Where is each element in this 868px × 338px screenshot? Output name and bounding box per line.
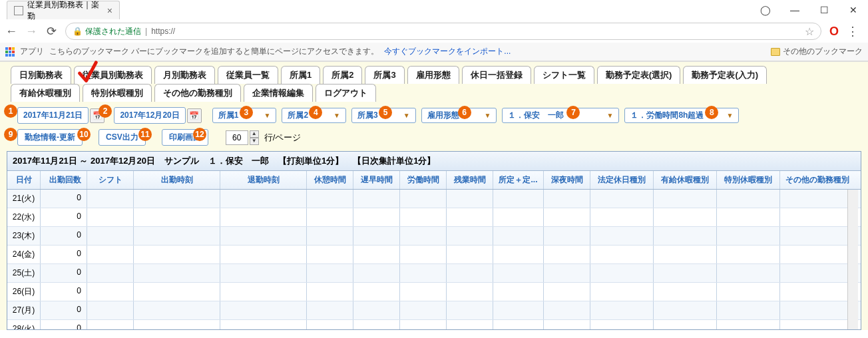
app-tab[interactable]: 月別勤務表 <box>154 66 215 84</box>
work-rule-select[interactable]: １．労働時間8h超過 8 ▼ <box>624 108 739 123</box>
cell <box>590 246 654 263</box>
back-button[interactable]: ← <box>5 25 17 37</box>
update-button[interactable]: 勤怠情報-更新 <box>17 129 83 146</box>
select-label: １．保安 一郎 <box>508 110 564 121</box>
cell <box>493 190 544 208</box>
table-row[interactable]: 22(水)0 <box>7 208 861 227</box>
employment-type-select[interactable]: 雇用形態 6 ▼ <box>421 108 497 123</box>
table-row[interactable]: 26(日)0 <box>7 283 861 301</box>
column-header[interactable]: 日付 <box>7 171 41 189</box>
date-to[interactable]: 2017年12月20日 <box>114 107 185 124</box>
import-bookmarks-link[interactable]: 今すぐブックマークをインポート... <box>384 46 511 57</box>
app-tab[interactable]: 有給休暇種別 <box>11 84 80 102</box>
cell <box>400 190 447 208</box>
app-tab[interactable]: 従業員一覧 <box>218 66 278 84</box>
bookmark-hint: こちらのブックマーク バーにブックマークを追加すると簡単にページにアクセスできま… <box>49 46 379 57</box>
secure-badge: 🔒 保護された通信 <box>73 26 141 37</box>
column-header[interactable]: 特別休暇種別 <box>717 171 780 189</box>
app-tab[interactable]: シフト一覧 <box>534 66 594 84</box>
cell <box>590 227 654 245</box>
column-header[interactable]: 出勤回数 <box>41 171 87 189</box>
column-header[interactable]: 有給休暇種別 <box>654 171 717 189</box>
cell <box>134 283 220 301</box>
cell <box>220 264 307 282</box>
column-header[interactable]: シフト <box>87 171 134 189</box>
account-icon[interactable]: ◯ <box>751 0 780 20</box>
column-header[interactable]: 休憩時間 <box>307 171 353 189</box>
rows-up-button[interactable]: ▲ <box>250 130 259 138</box>
close-button[interactable]: ✕ <box>839 0 868 20</box>
cell <box>780 283 855 301</box>
url-text: https:// <box>151 27 175 36</box>
cell <box>590 301 654 319</box>
calendar-to-icon[interactable]: 📅 <box>187 108 202 123</box>
cell <box>493 264 544 282</box>
apps-icon[interactable] <box>5 47 15 57</box>
menu-icon[interactable]: ⋮ <box>847 24 859 39</box>
bookmark-star-icon[interactable]: ☆ <box>805 25 814 38</box>
cell <box>220 283 307 301</box>
cell: 27(月) <box>7 301 41 319</box>
affiliation3-select[interactable]: 所属3 5 ▼ <box>351 108 416 123</box>
app-tab[interactable]: 勤務予定表(入力) <box>683 66 767 84</box>
cell <box>780 320 855 329</box>
app-tab[interactable]: その他の勤務種別 <box>154 84 241 102</box>
cell <box>220 246 307 263</box>
column-header[interactable]: 法定休日種別 <box>590 171 654 189</box>
tab-close-icon[interactable]: × <box>107 5 112 16</box>
column-header[interactable]: 所定＋定... <box>493 171 544 189</box>
cell <box>400 320 447 329</box>
minimize-button[interactable]: — <box>780 0 809 20</box>
grid-title-unit2: 【日次集計単位1分】 <box>353 155 435 167</box>
address-bar[interactable]: 🔒 保護された通信 | https:// ☆ <box>65 23 821 40</box>
chevron-down-icon: ▼ <box>482 112 494 119</box>
rows-input[interactable] <box>226 130 248 145</box>
table-row[interactable]: 25(土)0 <box>7 264 861 283</box>
table-row[interactable]: 28(火)0 <box>7 320 861 329</box>
app-tab[interactable]: 日別勤務表 <box>11 66 71 84</box>
column-header[interactable]: 遅早時間 <box>353 171 400 189</box>
cell <box>780 301 855 319</box>
app-tab[interactable]: 休日一括登録 <box>462 66 531 84</box>
app-tab[interactable]: 所属1 <box>281 66 320 84</box>
cell <box>447 283 493 301</box>
employee-select[interactable]: １．保安 一郎 7 ▼ <box>502 108 619 123</box>
column-header[interactable]: その他の勤務種別 <box>780 171 855 189</box>
app-tab[interactable]: 勤務予定表(選択) <box>597 66 681 84</box>
table-row[interactable]: 23(木)0 <box>7 227 861 246</box>
maximize-button[interactable]: ☐ <box>809 0 839 20</box>
tabs-row-1: 日別勤務表従業員別勤務表月別勤務表従業員一覧所属1所属2所属3雇用形態休日一括登… <box>4 66 864 84</box>
rows-per-page-spinner[interactable]: ▲ ▼ <box>226 130 259 145</box>
cell <box>353 264 400 282</box>
reload-button[interactable]: ⟳ <box>45 25 57 37</box>
column-header[interactable]: 残業時間 <box>447 171 493 189</box>
grid-title-unit1: 【打刻単位1分】 <box>278 155 343 167</box>
table-row[interactable]: 27(月)0 <box>7 301 861 320</box>
rows-down-button[interactable]: ▼ <box>250 138 259 145</box>
cell <box>493 208 544 226</box>
cell: 0 <box>41 264 87 282</box>
affiliation2-select[interactable]: 所属2 4 ▼ <box>282 108 346 123</box>
app-tab[interactable]: 企業情報編集 <box>244 84 313 102</box>
app-tab[interactable]: 所属2 <box>323 66 362 84</box>
scrollbar[interactable] <box>847 190 858 329</box>
app-tab[interactable]: 所属3 <box>365 66 404 84</box>
forward-button[interactable]: → <box>25 25 37 37</box>
browser-tab[interactable]: 従業員別勤務表｜楽勤 × <box>7 1 120 19</box>
apps-label[interactable]: アプリ <box>20 46 44 57</box>
other-bookmarks[interactable]: その他のブックマーク <box>771 46 863 57</box>
app-tab[interactable]: 雇用形態 <box>407 66 459 84</box>
column-header[interactable]: 出勤時刻 <box>134 171 220 189</box>
opera-icon[interactable]: O <box>829 25 839 39</box>
table-row[interactable]: 24(金)0 <box>7 246 861 264</box>
cell <box>780 264 855 282</box>
column-header[interactable]: 労働時間 <box>400 171 447 189</box>
affiliation1-select[interactable]: 所属1 3 ▼ <box>212 108 277 123</box>
column-header[interactable]: 退勤時刻 <box>220 171 307 189</box>
date-from[interactable]: 2017年11月21日 <box>17 107 89 124</box>
cell: 25(土) <box>7 264 41 282</box>
cell: 0 <box>41 301 87 319</box>
app-tab[interactable]: ログアウト <box>316 84 376 102</box>
table-row[interactable]: 21(火)0 <box>7 190 861 208</box>
column-header[interactable]: 深夜時間 <box>544 171 590 189</box>
